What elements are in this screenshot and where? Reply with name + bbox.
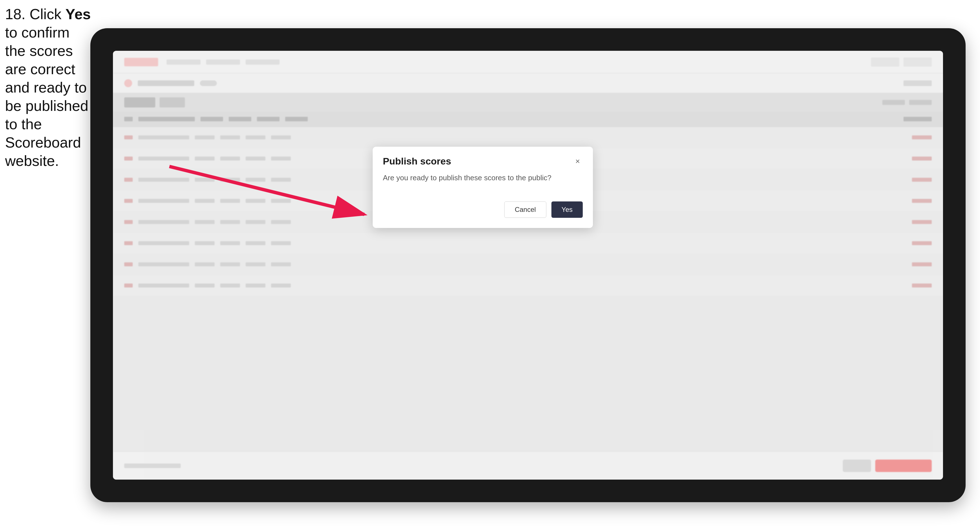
bold-yes: Yes: [65, 6, 91, 22]
step-number: 18.: [5, 6, 25, 22]
cancel-button[interactable]: Cancel: [504, 202, 546, 218]
modal-title: Publish scores: [383, 156, 451, 167]
modal-dialog: Publish scores × Are you ready to publis…: [373, 147, 593, 228]
tablet-shell: Publish scores × Are you ready to publis…: [90, 28, 966, 502]
instruction-text: 18. Click Yes to confirm the scores are …: [5, 5, 92, 170]
yes-button[interactable]: Yes: [551, 202, 583, 218]
instruction-body: Click Yes to confirm the scores are corr…: [5, 6, 91, 169]
modal-overlay: [113, 51, 943, 479]
modal-close-button[interactable]: ×: [573, 156, 583, 167]
modal-message: Are you ready to publish these scores to…: [383, 173, 583, 182]
modal-footer: Cancel Yes: [373, 202, 593, 228]
tablet-screen: Publish scores × Are you ready to publis…: [113, 51, 943, 479]
modal-header: Publish scores ×: [373, 147, 593, 173]
modal-body: Are you ready to publish these scores to…: [373, 173, 593, 202]
